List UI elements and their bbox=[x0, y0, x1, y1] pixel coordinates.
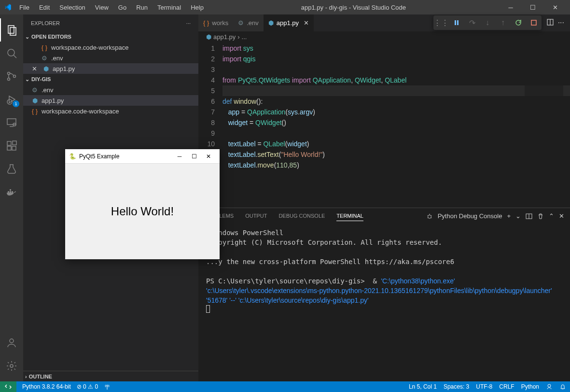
maximize-button[interactable]: ☐ bbox=[522, 0, 544, 14]
accounts-icon[interactable] bbox=[0, 331, 23, 354]
svg-rect-9 bbox=[7, 119, 16, 125]
chevron-right-icon: › bbox=[25, 374, 27, 379]
pause-icon[interactable] bbox=[452, 18, 461, 28]
svg-point-5 bbox=[8, 78, 10, 81]
menu-file[interactable]: File bbox=[15, 2, 33, 13]
menu-run[interactable]: Run bbox=[132, 2, 152, 13]
menu-bar: FileEditSelectionViewGoRunTerminalHelp bbox=[15, 2, 208, 13]
gear-icon: ⚙ bbox=[41, 55, 48, 62]
language-indicator[interactable]: Python bbox=[521, 383, 539, 390]
window-title: app1.py - diy-gis - Visual Studio Code bbox=[208, 4, 500, 11]
split-editor-icon[interactable] bbox=[546, 18, 554, 28]
folder-header[interactable]: ⌄ DIY-GIS bbox=[23, 74, 198, 84]
breadcrumb[interactable]: ⬢ app1.py › ... bbox=[198, 31, 570, 42]
encoding-indicator[interactable]: UTF-8 bbox=[476, 383, 492, 390]
step-over-icon[interactable]: ↷ bbox=[467, 18, 477, 28]
settings-icon[interactable] bbox=[0, 354, 23, 378]
panel-tab-debug-console[interactable]: DEBUG CONSOLE bbox=[278, 211, 325, 221]
panel-tab-output[interactable]: OUTPUT bbox=[245, 211, 267, 221]
file-item[interactable]: ⬢app1.py bbox=[23, 95, 198, 106]
docker-icon[interactable] bbox=[0, 181, 23, 204]
more-icon[interactable]: ··· bbox=[186, 20, 191, 26]
editor-tab[interactable]: ⬢app1.py✕ bbox=[264, 14, 314, 31]
open-editor-item[interactable]: { }workspace.code-workspace bbox=[23, 42, 198, 53]
search-icon[interactable] bbox=[0, 42, 23, 65]
menu-help[interactable]: Help bbox=[187, 2, 208, 13]
trash-icon[interactable] bbox=[537, 213, 544, 220]
stop-icon[interactable] bbox=[529, 18, 539, 28]
close-tab-icon[interactable]: ✕ bbox=[304, 19, 309, 27]
svg-rect-25 bbox=[455, 20, 456, 25]
close-icon[interactable]: ✕ bbox=[32, 65, 37, 72]
terminal-selector[interactable]: Python Debug Console bbox=[438, 212, 502, 220]
step-out-icon[interactable]: ↑ bbox=[498, 18, 508, 28]
chevron-up-icon[interactable]: ⌃ bbox=[549, 212, 554, 220]
svg-rect-1 bbox=[10, 28, 16, 35]
pyqt-close-button[interactable]: ✕ bbox=[201, 153, 216, 160]
titlebar: FileEditSelectionViewGoRunTerminalHelp a… bbox=[0, 0, 570, 14]
extensions-icon[interactable] bbox=[0, 134, 23, 157]
svg-point-4 bbox=[8, 72, 10, 75]
pyqt-window[interactable]: 🐍 PyQt5 Example ─ ☐ ✕ Hello World! bbox=[65, 149, 220, 259]
minimize-button[interactable]: ─ bbox=[500, 0, 522, 14]
code-editor[interactable]: 123456789101112 import sysimport qgis fr… bbox=[198, 42, 570, 208]
open-editors-header[interactable]: ⌄ OPEN EDITORS bbox=[23, 31, 198, 42]
open-editor-item[interactable]: ⚙.env bbox=[23, 53, 198, 63]
source-control-icon[interactable] bbox=[0, 65, 23, 88]
explorer-icon[interactable] bbox=[0, 18, 23, 42]
outline-header[interactable]: › OUTLINE bbox=[23, 371, 198, 381]
new-terminal-icon[interactable]: + bbox=[507, 212, 511, 220]
menu-edit[interactable]: Edit bbox=[35, 2, 54, 13]
close-panel-icon[interactable]: ✕ bbox=[559, 212, 564, 220]
remote-explorer-icon[interactable] bbox=[0, 111, 23, 134]
editor-area: { }works⚙.env⬢app1.py✕ ⌄ ··· ⋮⋮ ↷ ↓ ↑ ⬢ … bbox=[198, 14, 570, 381]
vscode-logo-icon bbox=[4, 3, 12, 11]
debug-toolbar[interactable]: ⋮⋮ ↷ ↓ ↑ bbox=[433, 15, 542, 30]
testing-icon[interactable] bbox=[0, 157, 23, 181]
close-button[interactable]: ✕ bbox=[544, 0, 566, 14]
chevron-down-icon[interactable]: ⌄ bbox=[515, 212, 521, 220]
editor-tab[interactable]: ⚙.env bbox=[233, 14, 264, 31]
problems-indicator[interactable]: ⊘ 0 ⚠ 0 bbox=[77, 383, 98, 390]
open-editor-item[interactable]: ✕⬢app1.py bbox=[23, 63, 198, 74]
menu-view[interactable]: View bbox=[91, 2, 112, 13]
file-item[interactable]: ⚙.env bbox=[23, 84, 198, 95]
pyqt-maximize-button[interactable]: ☐ bbox=[187, 153, 201, 160]
menu-go[interactable]: Go bbox=[114, 2, 130, 13]
restart-icon[interactable] bbox=[514, 18, 523, 28]
svg-rect-12 bbox=[7, 141, 11, 145]
cursor-position[interactable]: Ln 5, Col 1 bbox=[409, 383, 437, 390]
indent-indicator[interactable]: Spaces: 3 bbox=[444, 383, 469, 390]
file-item[interactable]: { }workspace.code-workspace bbox=[23, 106, 198, 116]
remote-indicator[interactable] bbox=[0, 381, 16, 392]
terminal[interactable]: ...ndows PowerShell ...pyright (C) Micro… bbox=[198, 224, 570, 381]
run-debug-icon[interactable]: 1 bbox=[0, 88, 23, 111]
drag-handle-icon[interactable]: ⋮⋮ bbox=[436, 18, 446, 28]
pyqt-label: Hello World! bbox=[111, 205, 174, 218]
eol-indicator[interactable]: CRLF bbox=[499, 383, 514, 390]
split-terminal-icon[interactable] bbox=[526, 213, 532, 220]
feedback-icon[interactable] bbox=[546, 383, 553, 390]
minimap[interactable] bbox=[525, 42, 563, 208]
menu-selection[interactable]: Selection bbox=[56, 2, 89, 13]
pyqt-minimize-button[interactable]: ─ bbox=[172, 153, 187, 160]
pyqt-titlebar[interactable]: 🐍 PyQt5 Example ─ ☐ ✕ bbox=[65, 149, 220, 164]
radio-tower-icon[interactable] bbox=[104, 383, 111, 390]
menu-terminal[interactable]: Terminal bbox=[153, 2, 185, 13]
svg-rect-17 bbox=[10, 191, 11, 193]
pyqt-title: PyQt5 Example bbox=[79, 153, 172, 160]
status-bar: Python 3.8.2 64-bit ⊘ 0 ⚠ 0 Ln 5, Col 1 … bbox=[0, 381, 570, 392]
svg-point-28 bbox=[428, 215, 431, 218]
panel-tab-terminal[interactable]: TERMINAL bbox=[336, 211, 363, 221]
svg-rect-27 bbox=[531, 20, 536, 25]
python-icon: ⬢ bbox=[268, 19, 274, 27]
gear-icon: ⚙ bbox=[238, 19, 244, 27]
step-into-icon[interactable]: ↓ bbox=[483, 18, 492, 28]
svg-rect-0 bbox=[8, 26, 14, 33]
python-version[interactable]: Python 3.8.2 64-bit bbox=[22, 383, 71, 390]
panel-tabs: PROBLEMSOUTPUTDEBUG CONSOLETERMINAL Pyth… bbox=[198, 208, 570, 224]
notifications-icon[interactable] bbox=[559, 383, 566, 390]
svg-rect-16 bbox=[8, 191, 9, 193]
more-icon[interactable]: ··· bbox=[558, 18, 564, 28]
editor-tab[interactable]: { }works bbox=[198, 14, 233, 31]
